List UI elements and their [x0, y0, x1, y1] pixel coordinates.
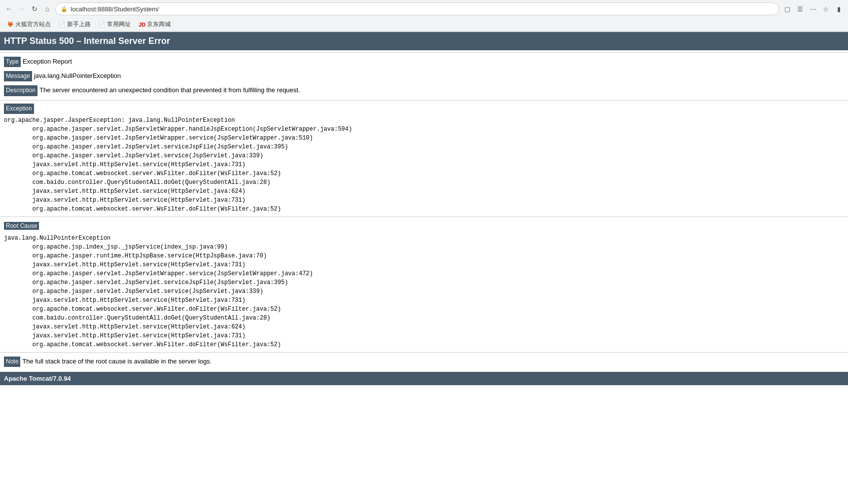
- note-section: NoteThe full stack trace of the root cau…: [0, 355, 848, 369]
- page-title-bar: HTTP Status 500 – Internal Server Error: [0, 32, 848, 50]
- url-text: localhost:8888/StudentSystem/: [71, 5, 159, 13]
- jd-icon: JD: [139, 22, 146, 28]
- type-label: Type: [4, 57, 21, 67]
- address-bar[interactable]: 🔒 localhost:8888/StudentSystem/: [55, 2, 779, 15]
- exception-stack: org.apache.jasper.JasperException: java.…: [0, 115, 848, 215]
- bookmark-common[interactable]: 📄 常用网址: [96, 19, 134, 30]
- type-value: Exception Report: [23, 58, 72, 65]
- message-value: java.lang.NullPointerException: [34, 72, 121, 79]
- newbie-icon: 📄: [59, 21, 66, 28]
- common-label: 常用网址: [107, 20, 131, 29]
- description-value: The server encountered an unexpected con…: [39, 86, 300, 94]
- forward-button[interactable]: →: [17, 4, 27, 14]
- bookmark-newbie[interactable]: 📄 新手上路: [56, 19, 94, 30]
- reload-button[interactable]: ↻: [30, 4, 39, 14]
- browser-chrome: ← → ↻ ⌂ 🔒 localhost:8888/StudentSystem/ …: [0, 0, 848, 32]
- extensions-button[interactable]: ▢: [782, 3, 793, 14]
- lock-icon: 🔒: [61, 6, 68, 12]
- reader-button[interactable]: ☰: [795, 3, 806, 14]
- note-label: Note: [4, 357, 20, 367]
- bookmark-jd[interactable]: JD 京东商城: [136, 19, 174, 30]
- bookmark-star-button[interactable]: ☆: [820, 3, 831, 14]
- divider-4: [0, 352, 848, 353]
- newbie-label: 新手上路: [67, 20, 91, 29]
- message-label: Message: [4, 71, 32, 81]
- huolhu-label: 火狐官方站点: [15, 20, 51, 29]
- note-value: The full stack trace of the root cause i…: [22, 358, 212, 365]
- footer-text: Apache Tomcat/7.0.94: [4, 375, 71, 382]
- divider-2: [0, 100, 848, 101]
- message-section: Messagejava.lang.NullPointerException: [0, 69, 848, 83]
- toolbar-icons: ▢ ☰ ⋯ ☆ ▮: [782, 3, 844, 14]
- description-section: DescriptionThe server encountered an une…: [0, 83, 848, 98]
- root-cause-stack: java.lang.NullPointerException org.apach…: [0, 233, 848, 350]
- type-section: TypeException Report: [0, 55, 848, 69]
- sidebar-button[interactable]: ▮: [833, 3, 844, 14]
- bookmarks-bar: 🦊 火狐官方站点 📄 新手上路 📄 常用网址 JD 京东商城: [0, 18, 848, 32]
- exception-label: Exception: [4, 104, 34, 114]
- huolhu-icon: 🦊: [7, 21, 14, 28]
- home-button[interactable]: ⌂: [42, 4, 52, 14]
- jd-label: 京东商城: [147, 20, 171, 29]
- divider-3: [0, 216, 848, 217]
- root-cause-label: Root Cause: [4, 222, 39, 230]
- bookmark-huolhu[interactable]: 🦊 火狐官方站点: [4, 19, 54, 30]
- more-button[interactable]: ⋯: [808, 3, 818, 14]
- browser-toolbar: ← → ↻ ⌂ 🔒 localhost:8888/StudentSystem/ …: [0, 0, 848, 18]
- exception-section: Exception: [0, 103, 848, 115]
- divider-1: [0, 52, 848, 53]
- page-content: HTTP Status 500 – Internal Server Error …: [0, 32, 848, 385]
- back-button[interactable]: ←: [4, 4, 14, 14]
- page-title: HTTP Status 500 – Internal Server Error: [4, 36, 170, 46]
- footer-bar: Apache Tomcat/7.0.94: [0, 372, 848, 385]
- description-label: Description: [4, 85, 37, 96]
- common-icon: 📄: [99, 21, 106, 28]
- root-cause-section: Root Cause: [0, 219, 848, 233]
